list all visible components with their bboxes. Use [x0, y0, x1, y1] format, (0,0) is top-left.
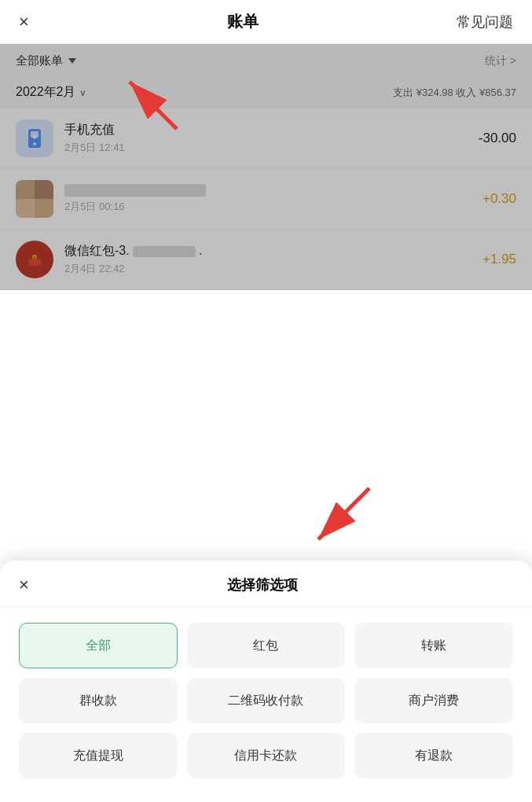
stats-link[interactable]: 统计 > — [485, 54, 516, 68]
header: × 账单 常见问题 — [0, 0, 532, 44]
svg-text:¥: ¥ — [32, 133, 36, 141]
filter-options-grid: 全部红包转账群收款二维码收付款商户消费充值提现信用卡还款有退款 — [0, 607, 532, 778]
filter-option-3[interactable]: 群收款 — [19, 678, 178, 723]
filter-option-6[interactable]: 充值提现 — [19, 733, 178, 778]
svg-text:福: 福 — [32, 256, 36, 259]
filter-option-8[interactable]: 有退款 — [354, 733, 513, 778]
filter-dropdown[interactable]: 全部账单 — [16, 53, 76, 68]
bill-item-icon: ¥ — [16, 120, 53, 157]
close-button[interactable]: × — [19, 12, 29, 32]
bill-item-icon: 福 — [16, 241, 53, 278]
bill-item-date: 2月4日 22:42 — [64, 262, 482, 276]
bill-item-name-blurred — [64, 184, 206, 197]
bill-item-info: 微信红包-3. . 2月4日 22:42 — [64, 243, 482, 276]
bill-item-date: 2月5日 00:16 — [64, 200, 482, 214]
dropdown-arrow-icon — [68, 58, 76, 64]
month-row: 2022年2月 ∨ 支出 ¥324.98 收入 ¥856.37 — [0, 78, 532, 109]
bill-item-icon — [16, 180, 53, 218]
page-title: 账单 — [227, 11, 259, 32]
bill-section: 全部账单 统计 > 2022年2月 ∨ 支出 ¥324.98 收入 ¥856.3… — [0, 44, 532, 290]
bill-list: ¥ 手机充值 2月5日 12:41 -30.00 — [0, 109, 532, 290]
sheet-header: × 选择筛选项 — [0, 561, 532, 607]
month-selector[interactable]: 2022年2月 ∨ — [16, 84, 86, 101]
bill-item-amount: +0.30 — [482, 191, 516, 207]
bill-item-name: 手机充值 — [64, 122, 479, 138]
filter-option-4[interactable]: 二维码收付款 — [187, 678, 346, 723]
month-stats: 支出 ¥324.98 收入 ¥856.37 — [393, 86, 516, 100]
filter-option-7[interactable]: 信用卡还款 — [187, 733, 346, 778]
filter-label: 全部账单 — [16, 53, 63, 68]
month-label-text: 2022年2月 — [16, 84, 76, 101]
filter-option-2[interactable]: 转账 — [354, 623, 513, 668]
filter-option-0[interactable]: 全部 — [19, 623, 178, 668]
month-chevron-icon: ∨ — [79, 87, 86, 98]
filter-option-1[interactable]: 红包 — [187, 623, 346, 668]
filter-bottom-sheet: × 选择筛选项 全部红包转账群收款二维码收付款商户消费充值提现信用卡还款有退款 — [0, 561, 532, 802]
faq-link[interactable]: 常见问题 — [457, 13, 513, 31]
svg-point-3 — [33, 142, 36, 145]
annotation-arrow-2 — [306, 480, 385, 562]
svg-line-12 — [318, 488, 369, 539]
bill-item-date: 2月5日 12:41 — [64, 141, 479, 155]
sheet-close-button[interactable]: × — [19, 575, 29, 595]
bill-item-info: 2月5日 00:16 — [64, 184, 482, 214]
bill-item-info: 手机充值 2月5日 12:41 — [64, 122, 479, 155]
bill-filter-bar: 全部账单 统计 > — [0, 44, 532, 78]
bill-item[interactable]: 2月5日 00:16 +0.30 — [0, 169, 532, 230]
bill-item[interactable]: ¥ 手机充值 2月5日 12:41 -30.00 — [0, 109, 532, 169]
bill-item-name: 微信红包-3. . — [64, 243, 482, 259]
bill-item-amount: -30.00 — [479, 131, 516, 146]
filter-option-5[interactable]: 商户消费 — [354, 678, 513, 723]
sheet-title: 选择筛选项 — [29, 576, 496, 594]
bill-item[interactable]: 福 微信红包-3. . 2月4日 22:42 +1.95 — [0, 230, 532, 290]
bill-item-amount: +1.95 — [482, 252, 516, 267]
